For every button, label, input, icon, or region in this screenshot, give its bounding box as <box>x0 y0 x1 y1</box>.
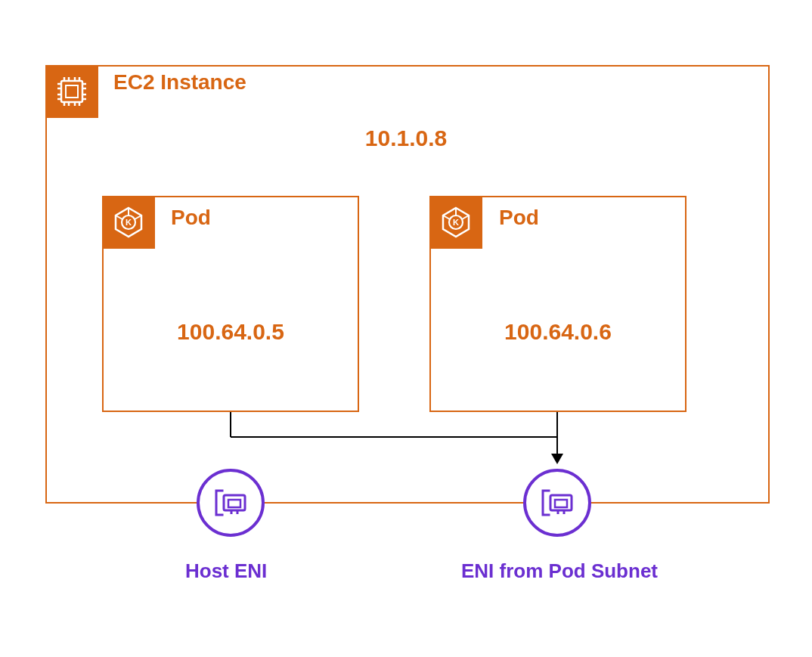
pod-title-1: Pod <box>171 206 211 230</box>
kubernetes-pod-icon: K <box>102 196 155 249</box>
svg-line-28 <box>462 215 469 219</box>
pod-ip-2: 100.64.0.6 <box>429 319 686 345</box>
diagram-canvas: EC2 Instance 10.1.0.8 K Pod 100.64.0.5 K… <box>0 0 812 657</box>
host-eni-label: Host ENI <box>185 559 267 583</box>
kubernetes-pod-icon: K <box>429 196 482 249</box>
pod-title-2: Pod <box>499 206 539 230</box>
svg-rect-35 <box>555 500 567 507</box>
connector-line <box>230 412 231 437</box>
connector-line <box>556 412 558 457</box>
svg-rect-0 <box>61 81 82 102</box>
svg-line-22 <box>135 215 141 219</box>
svg-rect-1 <box>66 85 78 98</box>
svg-text:K: K <box>453 218 459 227</box>
pod-ip-1: 100.64.0.5 <box>102 319 359 345</box>
ec2-title: EC2 Instance <box>113 70 246 95</box>
eni-icon <box>523 469 591 537</box>
svg-line-23 <box>116 215 122 219</box>
svg-line-29 <box>443 215 450 219</box>
ec2-ip: 10.1.0.8 <box>0 126 812 151</box>
ec2-chip-icon <box>45 65 98 118</box>
svg-rect-31 <box>228 500 240 507</box>
svg-text:K: K <box>126 218 132 227</box>
pod-subnet-eni-label: ENI from Pod Subnet <box>461 559 658 583</box>
arrow-down-icon <box>551 454 563 464</box>
connector-line <box>231 436 557 438</box>
eni-icon <box>197 469 265 537</box>
